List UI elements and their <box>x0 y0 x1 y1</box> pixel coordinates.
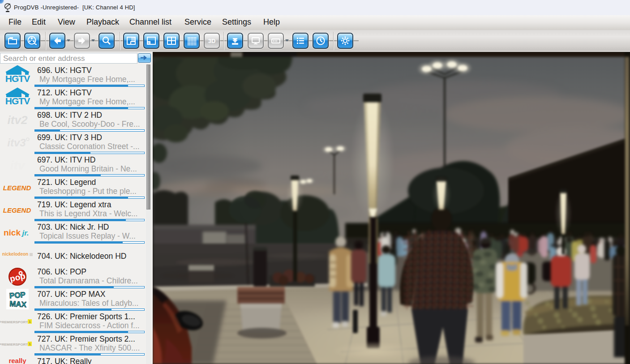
svg-text:itv2: itv2 <box>8 113 28 127</box>
svg-text:PREMIERSPORTS: PREMIERSPORTS <box>0 343 30 347</box>
svg-text:HGTV: HGTV <box>5 96 30 106</box>
svg-text:really: really <box>9 357 26 364</box>
svg-text:MAX: MAX <box>9 300 27 309</box>
svg-text:HGTV: HGTV <box>5 73 30 84</box>
svg-text:nick: nick <box>4 228 21 237</box>
svg-text:jr.: jr. <box>21 229 29 237</box>
svg-text:POP: POP <box>9 291 26 300</box>
svg-text:LEGEND: LEGEND <box>3 184 31 192</box>
svg-text:nickelodeon: nickelodeon <box>2 252 28 257</box>
svg-text:1: 1 <box>29 342 31 346</box>
svg-text:1: 1 <box>29 320 31 324</box>
svg-text:itv: itv <box>10 158 26 172</box>
svg-text:itv3: itv3 <box>7 137 26 149</box>
svg-text:LEGEND: LEGEND <box>3 206 31 214</box>
svg-text:PREMIERSPORTS: PREMIERSPORTS <box>0 320 30 324</box>
svg-text:3D: 3D <box>208 38 216 44</box>
